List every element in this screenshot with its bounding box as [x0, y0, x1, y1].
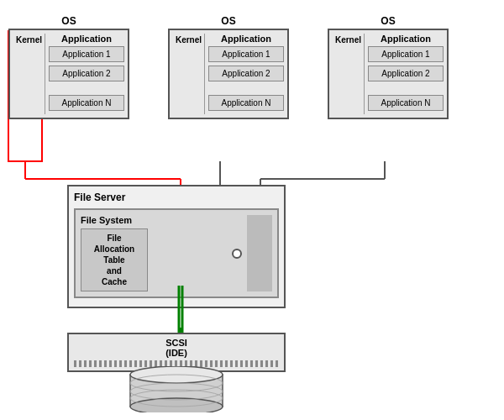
- os1-app2: Application 2: [49, 66, 124, 81]
- os1-kernel: Kernel: [13, 34, 45, 114]
- os3-box: Kernel Application Application 1 Applica…: [328, 29, 449, 119]
- os3-kernel: Kernel: [333, 34, 365, 114]
- os1-apps: Application Application 1 Application 2 …: [49, 34, 124, 114]
- os-node-2: OS Kernel Application Application 1 Appl…: [168, 15, 289, 119]
- os3-label: OS: [328, 15, 449, 27]
- os2-box: Kernel Application Application 1 Applica…: [168, 29, 289, 119]
- file-server-box: File Server File System FileAllocationTa…: [67, 185, 286, 308]
- diagram-container: OS Kernel Application Application 1 Appl…: [0, 0, 504, 420]
- file-system-label: File System: [81, 215, 227, 225]
- os3-apps: Application Application 1 Application 2 …: [368, 34, 444, 114]
- os-node-1: OS Kernel Application Application 1 Appl…: [8, 15, 129, 119]
- os2-app2: Application 2: [208, 66, 284, 81]
- os2-app1: Application 1: [208, 46, 284, 62]
- os1-appN: Application N: [49, 95, 124, 111]
- file-server-title: File Server: [74, 192, 279, 203]
- os2-apps: Application Application 1 Application 2 …: [208, 34, 284, 114]
- os1-box: Kernel Application Application 1 Applica…: [8, 29, 129, 119]
- os3-appN: Application N: [368, 95, 444, 111]
- disk-cylinder: [126, 366, 227, 412]
- os2-label: OS: [168, 15, 289, 27]
- os3-app2: Application 2: [368, 66, 444, 81]
- scsi-label: SCSI(IDE): [74, 338, 279, 358]
- fs-right-panel: [247, 215, 272, 291]
- os2-appN: Application N: [208, 95, 284, 111]
- svg-point-12: [130, 398, 223, 412]
- os1-app1: Application 1: [49, 46, 124, 62]
- circle-connector: [232, 249, 242, 259]
- file-system-box: File System FileAllocationTableandCache: [74, 208, 279, 298]
- os1-label: OS: [8, 15, 129, 27]
- os3-app1: Application 1: [368, 46, 444, 62]
- fat-cache-box: FileAllocationTableandCache: [81, 228, 148, 291]
- os-node-3: OS Kernel Application Application 1 Appl…: [328, 15, 449, 119]
- os2-kernel: Kernel: [173, 34, 205, 114]
